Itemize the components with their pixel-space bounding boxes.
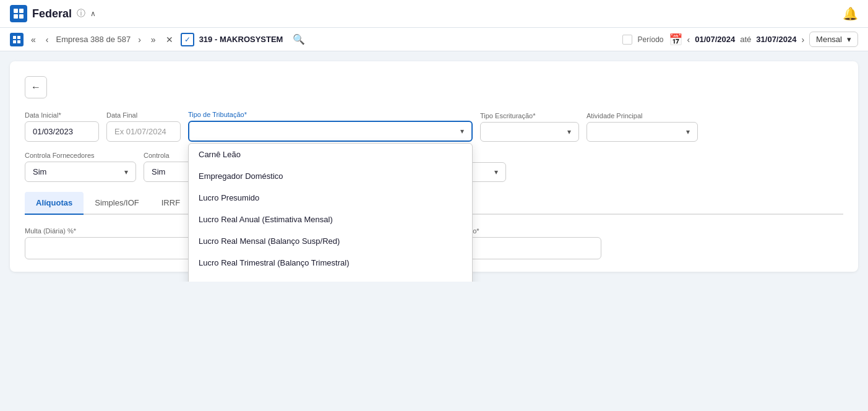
dropdown-item-0[interactable]: Carnê Leão [189,144,472,165]
tab-simples-iof[interactable]: Simples/IOF [84,192,150,215]
app-title: Federal [32,7,72,20]
period-end-date: 31/07/2024 [756,35,796,44]
confirm-btn[interactable]: ✓ [181,33,194,46]
dropdown-item-3[interactable]: Lucro Real Anual (Estimativa Mensal) [189,209,472,230]
tipo-tributacao-dropdown: Carnê Leão Empregador Doméstico Lucro Pr… [188,143,473,282]
controla-fornecedores-field: Controla Fornecedores Sim ▾ [25,152,136,182]
controla-fornecedores-label: Controla Fornecedores [25,152,136,159]
nav-next-btn[interactable]: › [135,33,144,46]
empresa-name: 319 - MAKROSYSTEM [199,35,283,44]
period-prev-btn[interactable]: ‹ [687,35,690,45]
back-button[interactable]: ← [25,76,47,98]
data-final-label: Data Final [106,111,181,119]
tipo-tributacao-select[interactable]: ▾ [188,121,473,142]
notification-area: 🔔 [843,6,858,21]
atividade-principal-arrow: ▾ [686,128,690,136]
controla-fornecedores-select[interactable]: Sim ▾ [25,162,136,182]
svg-rect-6 [13,40,16,43]
period-label: Período [637,35,663,44]
calendar-icon[interactable]: 📅 [669,33,682,46]
app-icon [10,5,27,22]
tipo-tributacao-label: Tipo de Tributação* [188,111,473,118]
nav-bar: « ‹ Empresa 388 de 587 › » ✕ ✓ 319 - MAK… [0,28,868,51]
data-inicial-field: Data Inicial* 01/03/2023 [25,111,99,142]
dropdown-item-6[interactable]: Entidades Imunes [189,274,472,282]
nav-last-btn[interactable]: » [148,33,158,46]
tipo-tributacao-field: Tipo de Tributação* ▾ Carnê Leão Emprega… [188,111,473,142]
data-final-field: Data Final Ex 01/07/2024 [106,111,181,142]
multa-diaria-field: Multa (Diária) %* [25,227,198,259]
data-final-input[interactable]: Ex 01/07/2024 [106,121,181,142]
controla-fornecedores-arrow: ▾ [124,168,128,176]
controla-fornecedores-value: Sim [33,167,46,176]
dropdown-item-2[interactable]: Lucro Presumido [189,187,472,209]
collapse-icon[interactable]: ∧ [90,9,96,18]
tipo-escrituracao-arrow: ▾ [567,128,571,136]
period-checkbox[interactable] [622,35,632,45]
data-inicial-label: Data Inicial* [25,111,99,119]
svg-rect-5 [17,36,20,39]
tipo-escrituracao-field: Tipo Escrituração* ▾ [480,112,579,142]
svg-rect-0 [14,9,18,13]
nav-first-btn[interactable]: « [28,33,38,46]
atividade-principal-label: Atividade Principal [587,112,698,119]
nav-prev-btn[interactable]: ‹ [43,33,51,46]
dropdown-item-5[interactable]: Lucro Real Trimestral (Balanço Trimestra… [189,252,472,274]
period-mode-label: Mensal [816,35,842,44]
period-ate-label: até [740,35,751,44]
svg-rect-7 [17,40,20,43]
multa-diaria-input[interactable] [25,237,198,259]
app-header: Federal ⓘ ∧ [10,5,96,22]
tipo-escrituracao-label: Tipo Escrituração* [480,112,579,119]
atividade-principal-field: Atividade Principal ▾ [587,112,698,142]
bell-icon[interactable]: 🔔 [843,7,858,20]
empresa-icon [10,33,24,46]
period-next-btn[interactable]: › [801,35,804,45]
svg-rect-4 [13,36,16,39]
tab-aliquotas[interactable]: Alíquotas [25,192,84,215]
svg-rect-1 [19,9,24,13]
period-section: Período 📅 ‹ 01/07/2024 até 31/07/2024 › … [622,32,858,47]
info-icon[interactable]: ⓘ [77,8,85,19]
close-btn[interactable]: ✕ [163,33,176,46]
period-mode-arrow: ▾ [847,35,851,44]
dropdown-item-1[interactable]: Empregador Doméstico [189,165,472,187]
top-bar: Federal ⓘ ∧ 🔔 [0,0,868,28]
atividade-principal-select[interactable]: ▾ [587,122,698,142]
regime-apuracao-arrow: ▾ [494,168,498,176]
svg-rect-2 [14,14,18,19]
tab-irrf[interactable]: IRRF [150,192,191,215]
svg-rect-3 [19,14,24,19]
period-start-date: 01/07/2024 [695,35,735,44]
dropdown-item-4[interactable]: Lucro Real Mensal (Balanço Susp/Red) [189,230,472,252]
main-content: ← Data Inicial* 01/03/2023 Data Final Ex… [10,61,858,272]
data-inicial-input[interactable]: 01/03/2023 [25,121,99,142]
search-btn[interactable]: 🔍 [293,33,305,45]
empresa-label: Empresa 388 de 587 [56,35,131,44]
period-mode-select[interactable]: Mensal ▾ [809,32,858,47]
multa-diaria-label: Multa (Diária) %* [25,227,198,235]
controla-value: Sim [152,167,165,176]
tipo-escrituracao-select[interactable]: ▾ [480,122,579,142]
tipo-tributacao-arrow: ▾ [460,127,464,136]
form-row-1: Data Inicial* 01/03/2023 Data Final Ex 0… [25,111,843,142]
